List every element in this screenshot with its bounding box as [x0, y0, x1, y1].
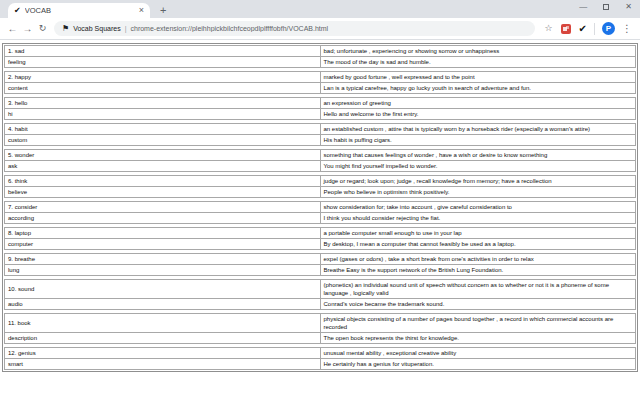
page-url: chrome-extension://pleihhpickbilchfceopd… — [130, 25, 526, 32]
table-row: 3. helloan expression of greeting — [5, 98, 636, 109]
table-row: 5. wondersomething that causes feelings … — [5, 150, 636, 161]
table-row: accordingI think you should consider rej… — [5, 213, 636, 224]
vocab-definition-cell: physical objects consisting of a number … — [320, 314, 636, 333]
table-row: smartHe certainly has a genius for vitup… — [5, 359, 636, 370]
table-row: 7. considershow consideration for; take … — [5, 202, 636, 213]
vocab-entry-table: 7. considershow consideration for; take … — [4, 201, 636, 224]
vocab-example-cell: His habit is puffing cigars. — [320, 135, 636, 146]
vocab-synonym-cell: content — [5, 83, 321, 94]
vocab-entry-table: 4. habitan established custom , attire t… — [4, 123, 636, 146]
vocab-entry-table: 10. sound(phonetics) an individual sound… — [4, 279, 636, 310]
vocab-entry-table: 5. wondersomething that causes feelings … — [4, 149, 636, 172]
table-row: askYou might find yourself impelled to w… — [5, 161, 636, 172]
tab-bar: ✔ VOCAB × + — ✕ — [0, 0, 640, 18]
vocab-word-cell: 1. sad — [5, 46, 321, 57]
vocab-example-cell: He certainly has a genius for vituperati… — [320, 359, 636, 370]
table-row: feelingThe mood of the day is sad and hu… — [5, 57, 636, 68]
table-row: 10. sound(phonetics) an individual sound… — [5, 280, 636, 299]
vocab-entry-table: 2. happymarked by good fortune , well ex… — [4, 71, 636, 94]
minimize-button[interactable]: — — [579, 3, 587, 11]
vocab-synonym-cell: description — [5, 333, 321, 344]
vocab-entry-table: 6. thinkjudge or regard; look upon; judg… — [4, 175, 636, 198]
vocab-synonym-cell: ask — [5, 161, 321, 172]
vocab-example-cell: The open book represents the thirst for … — [320, 333, 636, 344]
extension-page-icon: ⚑ — [62, 25, 69, 33]
vocab-entry-table: 11. bookphysical objects consisting of a… — [4, 313, 636, 344]
vocab-example-cell: Breathe Easy is the support network of t… — [320, 265, 636, 276]
vocab-example-cell: By desktop, I mean a computer that canno… — [320, 239, 636, 250]
tab-close-icon[interactable]: × — [139, 6, 144, 15]
new-tab-button[interactable]: + — [160, 5, 166, 16]
browser-menu-icon[interactable]: ⋮ — [622, 24, 632, 34]
vocab-definition-cell: a portable computer small enough to use … — [320, 228, 636, 239]
vocab-word-cell: 7. consider — [5, 202, 321, 213]
vocab-definition-cell: show consideration for; take into accoun… — [320, 202, 636, 213]
page-content: 1. sadbad; unfortunate , experiencing or… — [0, 40, 640, 372]
vocab-word-cell: 4. habit — [5, 124, 321, 135]
vocab-definition-cell: judge or regard; look upon; judge , reca… — [320, 176, 636, 187]
vocab-list: 1. sadbad; unfortunate , experiencing or… — [2, 43, 638, 372]
vocab-entry-table: 12. geniusunusual mental ability , excep… — [4, 347, 636, 370]
vocab-word-cell: 2. happy — [5, 72, 321, 83]
browser-toolbar: ← → ↻ ⚑ Vocab Squares | chrome-extension… — [0, 18, 640, 40]
vocab-example-cell: Hello and welcome to the first entry. — [320, 109, 636, 120]
vocab-synonym-cell: computer — [5, 239, 321, 250]
table-row: 2. happymarked by good fortune , well ex… — [5, 72, 636, 83]
profile-avatar[interactable]: P — [602, 22, 615, 35]
vocab-synonym-cell: feeling — [5, 57, 321, 68]
vocab-entry-table: 3. helloan expression of greetinghiHello… — [4, 97, 636, 120]
vocab-definition-cell: something that causes feelings of wonder… — [320, 150, 636, 161]
window-close-button[interactable]: ✕ — [625, 3, 632, 11]
vocab-definition-cell: an established custom , attire that is t… — [320, 124, 636, 135]
vocab-synonym-cell: according — [5, 213, 321, 224]
vocab-definition-cell: (phonetics) an individual sound unit of … — [320, 280, 636, 299]
tab-title: VOCAB — [25, 6, 135, 15]
table-row: descriptionThe open book represents the … — [5, 333, 636, 344]
table-row: believePeople who believe in optimism th… — [5, 187, 636, 198]
address-bar[interactable]: ⚑ Vocab Squares | chrome-extension://ple… — [54, 21, 535, 36]
vocab-synonym-cell: hi — [5, 109, 321, 120]
table-row: computerBy desktop, I mean a computer th… — [5, 239, 636, 250]
vocab-synonym-cell: believe — [5, 187, 321, 198]
table-row: 12. geniusunusual mental ability , excep… — [5, 348, 636, 359]
check-extension-icon[interactable]: ✔ — [579, 24, 587, 34]
vocab-example-cell: Conrad's voice became the trademark soun… — [320, 299, 636, 310]
vocab-word-cell: 12. genius — [5, 348, 321, 359]
vocab-definition-cell: an expression of greeting — [320, 98, 636, 109]
vocab-word-cell: 9. breathe — [5, 254, 321, 265]
vocab-definition-cell: bad; unfortunate , experiencing or showi… — [320, 46, 636, 57]
vocab-word-cell: 11. book — [5, 314, 321, 333]
table-row: contentLan is a typical carefree, happy … — [5, 83, 636, 94]
forward-icon[interactable]: → — [20, 24, 35, 34]
toolbar-divider — [594, 23, 595, 35]
table-row: 9. breatheexpel (gases or odors) , take … — [5, 254, 636, 265]
vocab-entry-table: 8. laptopa portable computer small enoug… — [4, 227, 636, 250]
browser-tab[interactable]: ✔ VOCAB × — [8, 3, 150, 18]
tab-favicon-check-icon: ✔ — [14, 7, 21, 15]
vocab-word-cell: 3. hello — [5, 98, 321, 109]
vocab-example-cell: You might find yourself impelled to wond… — [320, 161, 636, 172]
bookmark-star-icon[interactable]: ☆ — [545, 24, 553, 33]
site-name: Vocab Squares — [73, 25, 120, 32]
vocab-synonym-cell: smart — [5, 359, 321, 370]
vocab-example-cell: The mood of the day is sad and humble. — [320, 57, 636, 68]
vocab-entry-table: 1. sadbad; unfortunate , experiencing or… — [4, 45, 636, 68]
table-row: hiHello and welcome to the first entry. — [5, 109, 636, 120]
url-separator: | — [125, 25, 127, 32]
vocab-definition-cell: marked by good fortune , well expressed … — [320, 72, 636, 83]
red-extension-icon[interactable] — [561, 24, 571, 34]
vocab-entry-table: 9. breatheexpel (gases or odors) , take … — [4, 253, 636, 276]
reload-icon[interactable]: ↻ — [35, 24, 50, 33]
vocab-definition-cell: unusual mental ability , exceptional cre… — [320, 348, 636, 359]
maximize-button[interactable] — [603, 4, 609, 10]
table-row: 11. bookphysical objects consisting of a… — [5, 314, 636, 333]
vocab-example-cell: Lan is a typical carefree, happy go luck… — [320, 83, 636, 94]
vocab-synonym-cell: custom — [5, 135, 321, 146]
back-icon[interactable]: ← — [5, 24, 20, 34]
vocab-example-cell: People who believe in optimism think pos… — [320, 187, 636, 198]
vocab-example-cell: I think you should consider rejecting th… — [320, 213, 636, 224]
table-row: audioConrad's voice became the trademark… — [5, 299, 636, 310]
table-row: 1. sadbad; unfortunate , experiencing or… — [5, 46, 636, 57]
vocab-word-cell: 6. think — [5, 176, 321, 187]
vocab-word-cell: 8. laptop — [5, 228, 321, 239]
